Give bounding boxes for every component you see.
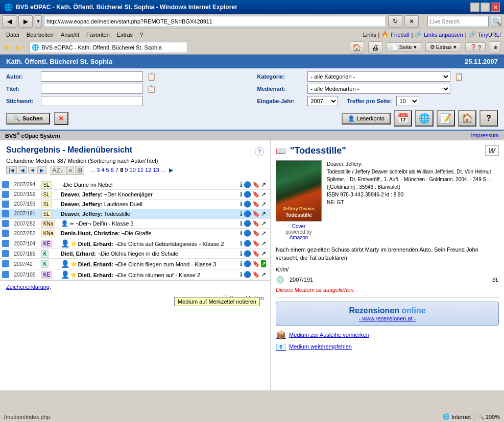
prev-page-button[interactable]: ◀ bbox=[18, 166, 27, 174]
cart-icon-4[interactable]: 🔵 bbox=[244, 210, 251, 217]
info-icon-10[interactable]: ℹ bbox=[240, 271, 243, 278]
export-icon-10[interactable]: ↗ bbox=[261, 271, 266, 278]
titel-input[interactable] bbox=[41, 84, 143, 94]
menu-bearbeiten[interactable]: Bearbeiten bbox=[23, 31, 57, 38]
info-icon-5[interactable]: ℹ bbox=[240, 220, 243, 227]
bookmark-icon-6[interactable]: 🔖 bbox=[252, 230, 260, 237]
page-11-link[interactable]: 11 bbox=[137, 167, 145, 173]
maximize-button[interactable]: □ bbox=[481, 3, 490, 12]
info-icon-7[interactable]: ℹ bbox=[240, 240, 243, 247]
links-anpassen-link[interactable]: Links anpassen bbox=[424, 32, 463, 38]
sort-az-icon[interactable]: AZ↓ bbox=[51, 166, 65, 175]
page-6-link[interactable]: 6 bbox=[111, 167, 115, 173]
menu-extras[interactable]: Extras bbox=[114, 31, 136, 38]
detail-view-icon[interactable]: ⊞ bbox=[75, 166, 84, 175]
ausleihe-link[interactable]: Medium zur Ausleihe vormerken bbox=[289, 332, 369, 338]
cart-icon-7[interactable]: 🔵 bbox=[244, 240, 251, 247]
menu-help[interactable]: ? bbox=[137, 31, 146, 38]
autor-input[interactable] bbox=[41, 71, 143, 82]
page-9-link[interactable]: 9 bbox=[125, 167, 129, 173]
tinyurl-link[interactable]: TinyURL! bbox=[478, 32, 501, 38]
bookmark-icon-1[interactable]: 🔖 bbox=[252, 181, 260, 188]
export-icon-4[interactable]: ↗ bbox=[261, 210, 266, 217]
menu-favoriten[interactable]: Favoriten bbox=[83, 31, 113, 38]
bookmark-icon-2[interactable]: 🔖 bbox=[252, 191, 260, 198]
house-button[interactable]: 🏠 bbox=[458, 110, 476, 127]
menu-ansicht[interactable]: Ansicht bbox=[58, 31, 82, 38]
export-icon-3[interactable]: ↗ bbox=[261, 201, 266, 208]
info-icon-6[interactable]: ℹ bbox=[240, 230, 243, 237]
forward-button[interactable]: ▶ bbox=[18, 15, 33, 28]
wiki-button[interactable]: W bbox=[485, 145, 499, 156]
page-5-link[interactable]: 5 bbox=[106, 167, 111, 173]
bookmark-icon-10[interactable]: 🔖 bbox=[252, 271, 260, 278]
menu-datei[interactable]: Datei bbox=[3, 31, 22, 38]
first-page-button[interactable]: |◀ bbox=[6, 166, 17, 174]
address-bar[interactable] bbox=[44, 16, 386, 27]
eingabe-jahr-select[interactable]: 2007 bbox=[307, 96, 338, 106]
reset-button[interactable]: ✕ bbox=[54, 112, 68, 125]
home-button[interactable]: 🏠 bbox=[350, 41, 364, 54]
suchen-button[interactable]: 🔍 Suchen bbox=[6, 113, 50, 125]
globe-button[interactable]: 🌐 bbox=[415, 110, 434, 127]
info-icon-1[interactable]: ℹ bbox=[240, 181, 243, 188]
cart-icon-3[interactable]: 🔵 bbox=[244, 201, 251, 208]
treffer-select[interactable]: 10 bbox=[396, 96, 419, 106]
live-search-button[interactable]: 🔍 bbox=[491, 16, 502, 27]
export-icon-5[interactable]: ↗ bbox=[261, 220, 266, 227]
export-icon-6[interactable]: ↗ bbox=[261, 230, 266, 237]
page-12-link[interactable]: 12 bbox=[145, 167, 153, 173]
export-icon-7[interactable]: ↗ bbox=[261, 240, 266, 247]
extras-button[interactable]: ⚙ Extras ▾ bbox=[425, 42, 461, 52]
question-button[interactable]: ? bbox=[479, 110, 498, 127]
cart-icon-10[interactable]: 🔵 bbox=[244, 271, 251, 278]
kategorie-select[interactable]: - alle Kategorien - bbox=[307, 71, 450, 82]
print-button[interactable]: 🖨 bbox=[368, 41, 382, 54]
stichwort-input[interactable] bbox=[41, 96, 143, 106]
ausleihe-link-area[interactable]: 📦 Medium zur Ausleihe vormerken bbox=[276, 330, 499, 340]
help-circle-icon[interactable]: ? bbox=[255, 147, 264, 156]
zeichenerklaerung-link[interactable]: Zeichenerklärung bbox=[6, 284, 50, 290]
fireball-link[interactable]: Fireball bbox=[391, 32, 409, 38]
dropdown-button[interactable]: ▼ bbox=[35, 15, 42, 28]
bookmark-icon-8[interactable]: 🔖 bbox=[252, 250, 260, 257]
impressum-link[interactable]: Impressum bbox=[471, 132, 499, 138]
export-icon-8[interactable]: ↗ bbox=[261, 250, 266, 257]
cart-icon-6[interactable]: 🔵 bbox=[244, 230, 251, 237]
bookmark-icon-7[interactable]: 🔖 bbox=[252, 240, 260, 247]
empfehlen-link-area[interactable]: 📧 Medium weiterempfehlen bbox=[276, 342, 499, 352]
info-icon-4[interactable]: ℹ bbox=[240, 210, 243, 217]
leserkonto-button[interactable]: 👤 Leserkonto bbox=[342, 113, 391, 125]
page-button[interactable]: 📄 Seite ▾ bbox=[387, 42, 421, 52]
page-4-link[interactable]: 4 bbox=[101, 167, 106, 173]
page-13-link[interactable]: 13 bbox=[153, 167, 160, 173]
export-icon-9[interactable]: ↗ bbox=[261, 260, 266, 267]
export-icon-1[interactable]: ↗ bbox=[261, 181, 266, 188]
prev-small-button[interactable]: ◀ bbox=[28, 167, 36, 173]
page-10-link[interactable]: 10 bbox=[130, 167, 137, 173]
edit-button[interactable]: 📝 bbox=[437, 110, 455, 127]
browser-help-button[interactable]: ❓ ? bbox=[465, 42, 486, 52]
bookmark-icon-5[interactable]: 🔖 bbox=[252, 220, 260, 227]
info-icon-3[interactable]: ℹ bbox=[240, 201, 243, 208]
kategorie-clip-icon[interactable]: 📋 bbox=[454, 72, 463, 81]
cart-icon-8[interactable]: 🔵 bbox=[244, 250, 251, 257]
bookmark-icon-3[interactable]: 🔖 bbox=[252, 201, 260, 208]
stop-button[interactable]: ✕ bbox=[404, 15, 419, 28]
medienart-select[interactable]: - alle Medienarten - bbox=[307, 84, 450, 94]
info-icon-2[interactable]: ℹ bbox=[240, 191, 243, 198]
info-icon-9[interactable]: ℹ bbox=[240, 260, 243, 267]
page-7-link[interactable]: 7 bbox=[115, 167, 120, 173]
cart-icon-2[interactable]: 🔵 bbox=[244, 191, 251, 198]
calendar-button[interactable]: 📅 bbox=[394, 110, 412, 127]
back-button[interactable]: ◀ bbox=[2, 15, 16, 28]
cart-icon-5[interactable]: 🔵 bbox=[244, 220, 251, 227]
close-button[interactable]: ✕ bbox=[491, 3, 500, 12]
info-icon-8[interactable]: ℹ bbox=[240, 250, 243, 257]
refresh-button[interactable]: ↻ bbox=[388, 15, 402, 28]
minimize-button[interactable]: _ bbox=[470, 3, 479, 12]
cart-icon-9[interactable]: 🔵 bbox=[244, 260, 251, 267]
export-icon-2[interactable]: ↗ bbox=[261, 191, 266, 198]
next-page-button[interactable]: ▶ bbox=[37, 166, 46, 174]
bookmark-icon-4[interactable]: 🔖 bbox=[252, 210, 260, 217]
